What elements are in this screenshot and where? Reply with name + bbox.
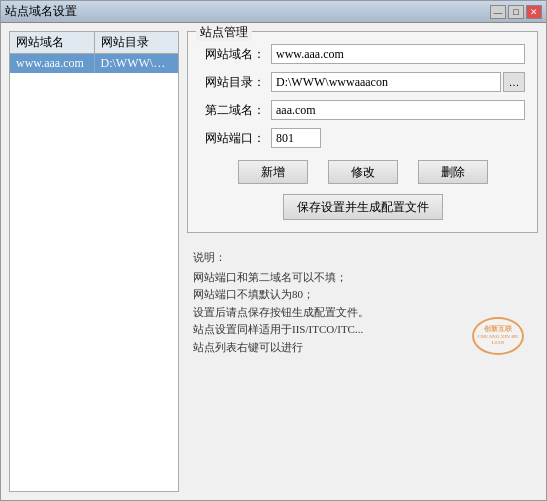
minimize-button[interactable]: — xyxy=(490,5,506,19)
maximize-button[interactable]: □ xyxy=(508,5,524,19)
delete-button[interactable]: 删除 xyxy=(418,160,488,184)
port-label: 网站端口： xyxy=(200,130,265,147)
port-input[interactable] xyxy=(271,128,321,148)
title-controls: — □ ✕ xyxy=(490,5,542,19)
browse-button[interactable]: … xyxy=(503,72,525,92)
domain-row: 网站域名： xyxy=(200,44,525,64)
domain-label: 网站域名： xyxy=(200,46,265,63)
alias-row: 第二域名： xyxy=(200,100,525,120)
title-bar: 站点域名设置 — □ ✕ xyxy=(1,1,546,23)
close-button[interactable]: ✕ xyxy=(526,5,542,19)
list-cell-domain: www.aaa.com xyxy=(10,54,95,73)
alias-label: 第二域名： xyxy=(200,102,265,119)
watermark-text: 创新互联 CHUANG XIN HU LIAN xyxy=(474,325,522,345)
dir-input-group: … xyxy=(271,72,525,92)
col-domain-header: 网站域名 xyxy=(10,32,95,53)
main-window: 站点域名设置 — □ ✕ 网站域名 网站目录 www.aaa.com D:\WW… xyxy=(0,0,547,501)
sites-list[interactable]: www.aaa.com D:\WWW\www... xyxy=(9,53,179,492)
window-title: 站点域名设置 xyxy=(5,3,77,20)
dir-row: 网站目录： … xyxy=(200,72,525,92)
watermark-circle: 创新互联 CHUANG XIN HU LIAN xyxy=(472,317,524,355)
list-item[interactable]: www.aaa.com D:\WWW\www... xyxy=(10,54,178,73)
watermark: 创新互联 CHUANG XIN HU LIAN xyxy=(472,317,534,363)
action-buttons: 新增 修改 删除 xyxy=(200,160,525,184)
list-header: 网站域名 网站目录 xyxy=(9,31,179,53)
col-dir-header: 网站目录 xyxy=(95,32,179,53)
notes-area: 说明： 网站端口和第二域名可以不填； 网站端口不填默认为80； 设置后请点保存按… xyxy=(187,243,538,363)
add-button[interactable]: 新增 xyxy=(238,160,308,184)
notes-title: 说明： xyxy=(193,249,532,267)
alias-input[interactable] xyxy=(271,100,525,120)
right-panel: 站点管理 网站域名： 网站目录： … 第二域名： xyxy=(187,31,538,492)
left-panel: 网站域名 网站目录 www.aaa.com D:\WWW\www... xyxy=(9,31,179,492)
site-management-group: 站点管理 网站域名： 网站目录： … 第二域名： xyxy=(187,31,538,233)
save-row: 保存设置并生成配置文件 xyxy=(200,194,525,220)
note-line-1: 网站端口和第二域名可以不填； xyxy=(193,269,532,287)
modify-button[interactable]: 修改 xyxy=(328,160,398,184)
domain-input[interactable] xyxy=(271,44,525,64)
list-cell-dir: D:\WWW\www... xyxy=(95,54,179,73)
dir-input[interactable] xyxy=(271,72,501,92)
port-row: 网站端口： xyxy=(200,128,525,148)
note-line-2: 网站端口不填默认为80； xyxy=(193,286,532,304)
dir-label: 网站目录： xyxy=(200,74,265,91)
save-button[interactable]: 保存设置并生成配置文件 xyxy=(283,194,443,220)
content-area: 网站域名 网站目录 www.aaa.com D:\WWW\www... 站点管理… xyxy=(1,23,546,500)
group-title: 站点管理 xyxy=(196,24,252,41)
